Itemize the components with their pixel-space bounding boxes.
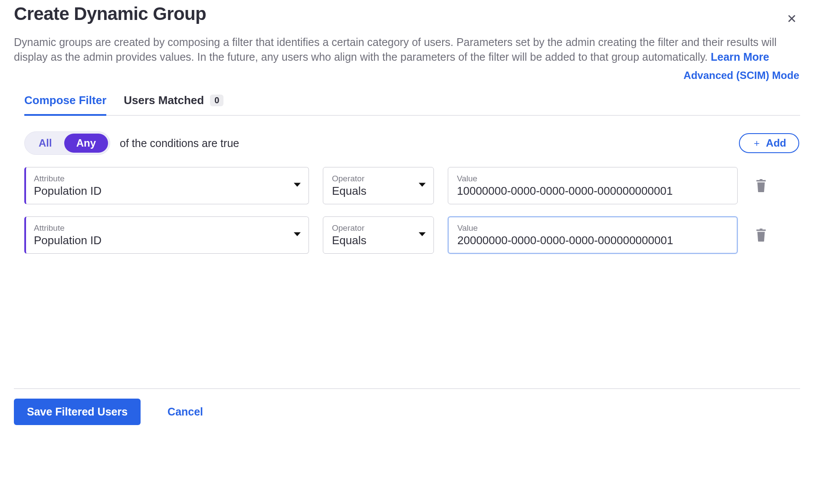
value-input[interactable]: [457, 234, 718, 247]
tab-compose-filter[interactable]: Compose Filter: [24, 89, 106, 116]
value-label: Value: [457, 174, 718, 183]
advanced-scim-mode-link[interactable]: Advanced (SCIM) Mode: [683, 69, 799, 82]
tab-compose-label: Compose Filter: [24, 94, 106, 107]
value-label: Value: [457, 223, 718, 233]
condition-row: Attribute Population ID Operator Equals …: [24, 216, 800, 254]
attribute-select[interactable]: Attribute Population ID: [24, 216, 309, 254]
modal-description: Dynamic groups are created by composing …: [14, 35, 795, 64]
tabs: Compose Filter Users Matched 0: [24, 89, 800, 116]
tab-matched-label: Users Matched: [124, 94, 204, 107]
advanced-mode-row: Advanced (SCIM) Mode: [14, 69, 799, 82]
tab-users-matched[interactable]: Users Matched 0: [124, 89, 223, 116]
logic-left: All Any of the conditions are true: [24, 131, 239, 155]
close-button[interactable]: ✕: [785, 11, 798, 27]
condition-row: Attribute Population ID Operator Equals …: [24, 167, 800, 204]
users-matched-count-badge: 0: [210, 95, 223, 106]
logic-suffix-text: of the conditions are true: [120, 137, 239, 150]
value-input[interactable]: [457, 184, 718, 198]
logic-toggle: All Any: [24, 131, 110, 155]
add-condition-button[interactable]: ＋ Add: [739, 133, 799, 153]
modal-title: Create Dynamic Group: [14, 3, 206, 24]
delete-condition-button[interactable]: [752, 216, 771, 254]
description-text: Dynamic groups are created by composing …: [14, 36, 777, 63]
attribute-label: Attribute: [34, 174, 289, 183]
attribute-label: Attribute: [34, 223, 289, 233]
chevron-down-icon: [294, 183, 301, 187]
value-input-wrapper: Value: [448, 216, 738, 254]
svg-rect-3: [760, 229, 762, 229]
close-icon: ✕: [787, 12, 797, 26]
learn-more-link[interactable]: Learn More: [711, 51, 769, 63]
plus-icon: ＋: [752, 137, 761, 150]
modal-footer: Save Filtered Users Cancel: [14, 388, 800, 442]
create-dynamic-group-modal: Create Dynamic Group ✕ Dynamic groups ar…: [0, 0, 814, 442]
operator-value: Equals: [332, 234, 414, 247]
operator-label: Operator: [332, 223, 414, 233]
logic-row: All Any of the conditions are true ＋ Add: [24, 131, 800, 155]
chevron-down-icon: [294, 232, 301, 236]
filter-body: All Any of the conditions are true ＋ Add…: [14, 116, 800, 254]
chevron-down-icon: [419, 232, 426, 236]
trash-icon: [755, 179, 767, 192]
operator-select[interactable]: Operator Equals: [323, 167, 434, 204]
svg-rect-0: [756, 180, 765, 181]
title-row: Create Dynamic Group ✕: [14, 0, 800, 35]
operator-label: Operator: [332, 174, 414, 183]
trash-icon: [755, 229, 767, 242]
logic-all-pill[interactable]: All: [26, 134, 64, 153]
attribute-value: Population ID: [34, 184, 289, 198]
operator-value: Equals: [332, 184, 414, 198]
svg-rect-1: [760, 179, 762, 180]
svg-rect-2: [756, 229, 765, 231]
value-input-wrapper: Value: [448, 167, 738, 204]
operator-select[interactable]: Operator Equals: [323, 216, 434, 254]
save-filtered-users-button[interactable]: Save Filtered Users: [14, 399, 141, 425]
chevron-down-icon: [419, 183, 426, 187]
cancel-button[interactable]: Cancel: [165, 405, 206, 419]
attribute-select[interactable]: Attribute Population ID: [24, 167, 309, 204]
logic-any-pill[interactable]: Any: [64, 134, 108, 153]
delete-condition-button[interactable]: [752, 167, 771, 204]
add-label: Add: [766, 137, 786, 149]
attribute-value: Population ID: [34, 234, 289, 247]
